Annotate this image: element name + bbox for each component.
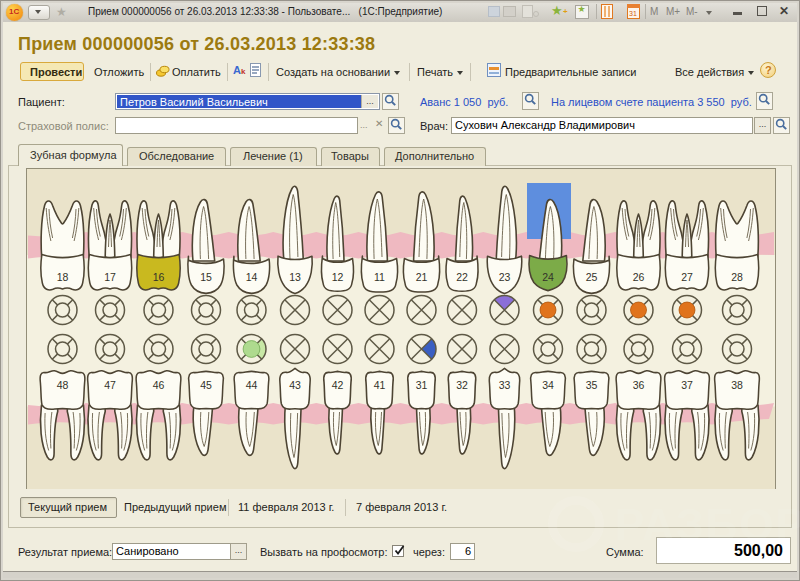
svg-text:48: 48: [57, 379, 69, 391]
svg-text:12: 12: [332, 271, 344, 283]
svg-text:32: 32: [456, 379, 468, 391]
svg-text:25: 25: [586, 271, 598, 283]
svg-text:26: 26: [633, 271, 645, 283]
svg-text:44: 44: [246, 379, 258, 391]
svg-text:23: 23: [499, 271, 511, 283]
svg-text:47: 47: [104, 379, 116, 391]
svg-text:33: 33: [499, 379, 511, 391]
svg-text:11: 11: [374, 271, 385, 283]
svg-text:22: 22: [456, 271, 468, 283]
svg-text:15: 15: [200, 271, 212, 283]
svg-text:42: 42: [332, 379, 344, 391]
svg-text:16: 16: [153, 271, 165, 283]
svg-text:31: 31: [416, 379, 428, 391]
svg-text:13: 13: [289, 271, 301, 283]
svg-text:41: 41: [374, 379, 386, 391]
svg-text:28: 28: [731, 271, 743, 283]
svg-text:27: 27: [681, 271, 693, 283]
svg-text:38: 38: [731, 379, 743, 391]
svg-text:36: 36: [633, 379, 645, 391]
svg-text:21: 21: [416, 271, 428, 283]
svg-text:45: 45: [200, 379, 212, 391]
svg-text:18: 18: [57, 271, 69, 283]
svg-text:24: 24: [542, 271, 554, 283]
svg-text:34: 34: [542, 379, 554, 391]
svg-text:46: 46: [153, 379, 165, 391]
svg-text:35: 35: [586, 379, 598, 391]
svg-text:14: 14: [246, 271, 258, 283]
svg-text:17: 17: [104, 271, 116, 283]
svg-text:43: 43: [289, 379, 301, 391]
svg-text:37: 37: [681, 379, 693, 391]
